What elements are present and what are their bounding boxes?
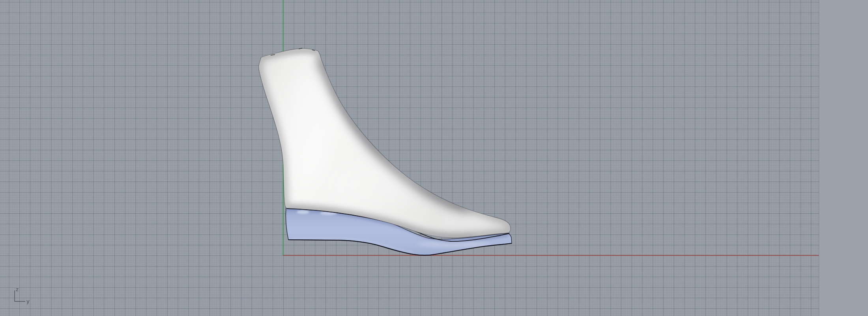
scene-svg: z y xyxy=(0,0,868,316)
sole-gloss-patch xyxy=(297,211,309,214)
axis-gizmo-z-label: z xyxy=(16,286,19,292)
viewport-canvas[interactable]: z y xyxy=(0,0,868,316)
last-highlight xyxy=(438,214,493,228)
axis-gizmo: z y xyxy=(15,286,30,304)
last-highlight xyxy=(286,67,329,186)
last-highlight xyxy=(327,162,422,209)
axis-gizmo-y-label: y xyxy=(26,298,30,304)
